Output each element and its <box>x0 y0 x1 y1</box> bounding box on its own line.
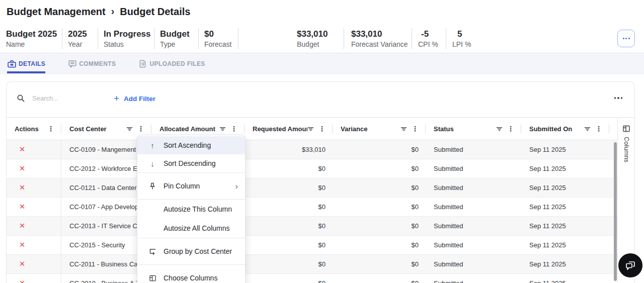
filter-icon[interactable] <box>400 126 407 132</box>
variance-cell: $0 <box>333 255 426 273</box>
breadcrumb-budget-management[interactable]: Budget Management <box>7 6 106 18</box>
tab-uploaded-files[interactable]: UPLOADED FILES <box>138 53 205 74</box>
summary-more-button[interactable] <box>617 30 635 47</box>
requested-amount-cell: $33,010 <box>245 140 333 159</box>
columns-icon <box>622 125 630 133</box>
budget-details-card: Search... + Add Filter Actions ⋮ Cost Ce… <box>6 81 635 283</box>
status-cell: Submitted <box>426 140 521 159</box>
stat-lpi-label: LPI % <box>452 40 476 49</box>
menu-item-group-by-cost-center[interactable]: Group by Cost Center <box>137 238 245 264</box>
column-menu-icon[interactable]: ⋮ <box>595 125 602 132</box>
column-menu-icon[interactable]: ⋮ <box>47 125 54 132</box>
table-row: ✕ CC-2013 - IT Service Cont $0 $0 Submit… <box>7 217 617 236</box>
stat-year: 2025 Year <box>62 27 98 50</box>
group-icon <box>147 248 157 255</box>
budget-grid: Actions ⋮ Cost Center ⋮ Allocated Amount… <box>7 117 617 283</box>
search-input[interactable]: Search... <box>17 94 58 103</box>
stat-name-label: Name <box>6 40 62 49</box>
menu-item-pin-column[interactable]: Pin Column › <box>137 173 245 199</box>
tab-comments-label: COMMENTS <box>79 60 116 67</box>
stat-type-label: Type <box>160 40 198 49</box>
column-menu-icon[interactable]: ⋮ <box>507 125 514 132</box>
ellipsis-icon <box>623 38 624 39</box>
delete-x-icon[interactable]: ✕ <box>19 241 25 249</box>
status-cell: Submitted <box>426 274 521 283</box>
comment-icon <box>68 59 77 68</box>
add-filter-button[interactable]: + Add Filter <box>114 94 155 104</box>
menu-item-autosize-all-columns[interactable]: Autosize All Columns <box>137 219 245 238</box>
pin-icon <box>147 182 157 190</box>
column-label: Allocated Amount <box>159 125 219 133</box>
tab-details[interactable]: DETAILS <box>7 53 45 74</box>
tab-comments[interactable]: COMMENTS <box>68 53 116 74</box>
column-header-actions[interactable]: Actions ⋮ <box>7 118 61 140</box>
vertical-scrollbar[interactable] <box>614 142 617 281</box>
column-header-variance[interactable]: Variance ⋮ <box>333 118 426 140</box>
column-menu-icon[interactable]: ⋮ <box>230 125 237 132</box>
requested-amount-cell: $0 <box>245 255 333 273</box>
filter-icon[interactable] <box>307 126 314 132</box>
requested-amount-cell: $0 <box>245 198 333 216</box>
menu-item-autosize-this-column[interactable]: Autosize This Column <box>137 200 245 219</box>
column-menu-icon[interactable]: ⋮ <box>137 125 144 132</box>
actions-cell: ✕ <box>7 274 61 283</box>
stat-forecast-variance: $33,010 Forecast Variance <box>344 27 412 50</box>
submitted-on-cell: Sep 11 2025 <box>521 236 609 254</box>
column-menu-icon[interactable]: ⋮ <box>318 125 326 132</box>
requested-amount-cell: $0 <box>245 159 333 178</box>
actions-cell: ✕ <box>7 140 61 159</box>
stat-status-value: In Progress <box>104 29 154 39</box>
actions-cell: ✕ <box>7 178 61 197</box>
chat-button[interactable] <box>618 253 642 277</box>
stat-forecast: $0 Forecast <box>198 27 238 50</box>
menu-item-sort-descending[interactable]: ↓ Sort Descending <box>137 154 245 172</box>
filter-icon[interactable] <box>126 126 133 132</box>
plus-icon: + <box>114 93 119 103</box>
grid-menu-button[interactable] <box>614 97 623 99</box>
menu-item-label: Group by Cost Center <box>164 247 238 255</box>
stat-lpi-value: 5 <box>452 29 476 39</box>
filter-icon[interactable] <box>584 126 591 132</box>
file-clip-icon <box>138 59 147 68</box>
menu-item-sort-ascending[interactable]: ↑ Sort Ascending <box>137 136 245 154</box>
variance-cell: $0 <box>333 236 426 254</box>
status-cell: Submitted <box>426 236 521 254</box>
filter-icon[interactable] <box>219 126 226 132</box>
delete-x-icon[interactable]: ✕ <box>19 165 25 172</box>
stat-cpi: -5 CPI % <box>412 27 446 50</box>
stat-status: In Progress Status <box>98 27 154 50</box>
menu-item-label: Pin Column <box>164 182 235 190</box>
actions-cell: ✕ <box>7 255 61 273</box>
tab-uploaded-files-label: UPLOADED FILES <box>149 60 205 67</box>
stat-name: Budget 2025 Name <box>6 27 62 50</box>
filter-icon[interactable] <box>496 126 503 132</box>
arrow-down-icon: ↓ <box>147 160 157 167</box>
briefcase-icon <box>7 59 17 69</box>
stat-budget-value: $33,010 <box>297 29 344 39</box>
variance-cell: $0 <box>333 159 426 178</box>
menu-item-choose-columns[interactable]: Choose Columns <box>137 265 245 283</box>
stat-year-label: Year <box>68 40 98 49</box>
search-placeholder: Search... <box>32 95 58 102</box>
submitted-on-cell: Sep 11 2025 <box>521 198 609 216</box>
add-filter-label: Add Filter <box>124 95 155 103</box>
column-label: Cost Center <box>69 125 126 133</box>
column-header-submitted-on[interactable]: Submitted On ⋮ <box>521 118 609 140</box>
delete-x-icon[interactable]: ✕ <box>19 184 25 192</box>
column-header-truncated[interactable]: S <box>609 118 617 140</box>
status-cell: Submitted <box>426 255 521 273</box>
submitted-on-cell: Sep 11 2025 <box>521 274 609 283</box>
stat-name-value: Budget 2025 <box>6 29 62 39</box>
chevron-right-icon: › <box>235 182 238 191</box>
delete-x-icon[interactable]: ✕ <box>19 279 25 283</box>
delete-x-icon[interactable]: ✕ <box>19 222 25 230</box>
delete-x-icon[interactable]: ✕ <box>19 146 25 153</box>
delete-x-icon[interactable]: ✕ <box>19 260 25 268</box>
requested-amount-cell: $0 <box>245 178 333 197</box>
column-menu-icon[interactable]: ⋮ <box>412 125 419 132</box>
status-cell: Submitted <box>426 217 521 235</box>
grid-header-row: Actions ⋮ Cost Center ⋮ Allocated Amount… <box>7 118 617 140</box>
column-header-status[interactable]: Status ⋮ <box>426 118 521 140</box>
delete-x-icon[interactable]: ✕ <box>19 203 25 211</box>
column-header-requested-amount[interactable]: Requested Amount ⋮ <box>245 118 333 140</box>
